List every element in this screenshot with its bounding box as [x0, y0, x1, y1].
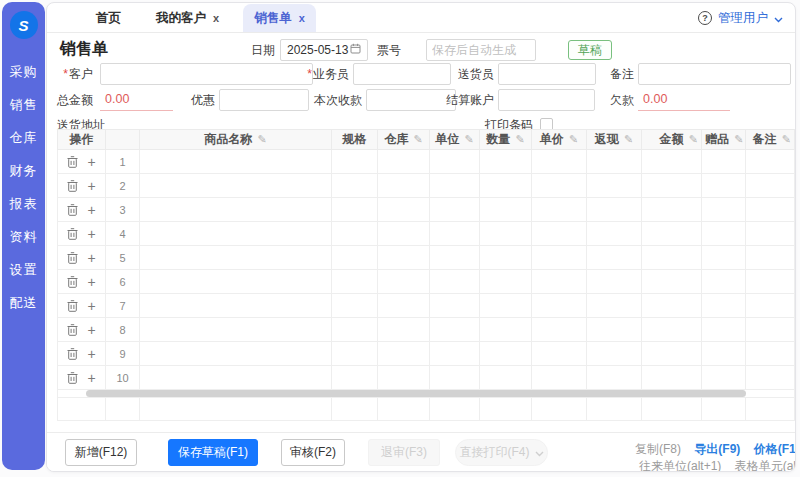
cell-product-name[interactable] — [140, 366, 332, 390]
footer-button[interactable]: 审核(F2) — [281, 439, 345, 466]
cell-quantity[interactable] — [480, 246, 532, 270]
delete-row-icon[interactable] — [67, 252, 78, 264]
cell-amount[interactable] — [642, 174, 702, 198]
add-row-icon[interactable]: + — [87, 179, 95, 193]
footer-button[interactable]: 新增(F12) — [65, 439, 137, 466]
cell-product-name[interactable] — [140, 270, 332, 294]
salesman-input[interactable] — [353, 63, 451, 85]
cell-quantity[interactable] — [480, 174, 532, 198]
cell-cashback[interactable] — [587, 246, 642, 270]
delete-row-icon[interactable] — [67, 180, 78, 192]
cell-unit-price[interactable] — [532, 366, 587, 390]
hscroll-thumb[interactable] — [86, 390, 746, 397]
tab[interactable]: 销售单 x — [243, 4, 316, 32]
cell-gift[interactable] — [702, 246, 746, 270]
add-row-icon[interactable]: + — [87, 275, 95, 289]
cell-spec[interactable] — [332, 366, 378, 390]
cell-warehouse[interactable] — [378, 246, 430, 270]
column-edit-icon[interactable]: ✎ — [465, 133, 474, 145]
delete-row-icon[interactable] — [67, 156, 78, 168]
cell-amount[interactable] — [642, 294, 702, 318]
delete-row-icon[interactable] — [67, 228, 78, 240]
cell-quantity[interactable] — [480, 150, 532, 174]
delete-row-icon[interactable] — [67, 276, 78, 288]
add-row-icon[interactable]: + — [87, 155, 95, 169]
cell-quantity[interactable] — [480, 270, 532, 294]
cell-spec[interactable] — [332, 246, 378, 270]
sidebar-item[interactable]: 设置 — [2, 263, 45, 277]
sidebar-item[interactable]: 配送 — [2, 296, 45, 310]
cell-amount[interactable] — [642, 198, 702, 222]
cell-unit-price[interactable] — [532, 150, 587, 174]
cell-unit-price[interactable] — [532, 270, 587, 294]
cell-unit[interactable] — [430, 150, 480, 174]
cell-cashback[interactable] — [587, 150, 642, 174]
date-input[interactable]: 2025-05-13 — [280, 39, 368, 61]
cell-gift[interactable] — [702, 366, 746, 390]
tab[interactable]: 我的客户 x — [145, 4, 230, 32]
cell-gift[interactable] — [702, 270, 746, 294]
remark-input[interactable] — [638, 63, 791, 85]
sidebar-item[interactable]: 销售 — [2, 98, 45, 112]
column-edit-icon[interactable]: ✎ — [782, 133, 791, 145]
delete-row-icon[interactable] — [67, 324, 78, 336]
cell-cashback[interactable] — [587, 198, 642, 222]
footer-link[interactable]: 导出(F9) — [694, 442, 740, 456]
cell-unit[interactable] — [430, 174, 480, 198]
column-edit-icon[interactable]: ✎ — [734, 133, 743, 145]
cell-amount[interactable] — [642, 318, 702, 342]
cell-note[interactable] — [746, 246, 795, 270]
cell-amount[interactable] — [642, 342, 702, 366]
cell-spec[interactable] — [332, 318, 378, 342]
help-icon[interactable]: ? — [698, 11, 712, 25]
cell-note[interactable] — [746, 174, 795, 198]
cell-product-name[interactable] — [140, 150, 332, 174]
cell-warehouse[interactable] — [378, 198, 430, 222]
cell-note[interactable] — [746, 342, 795, 366]
cell-note[interactable] — [746, 270, 795, 294]
deliveryman-input[interactable] — [498, 63, 596, 85]
discount-input[interactable] — [219, 89, 309, 111]
cell-product-name[interactable] — [140, 294, 332, 318]
sidebar-item[interactable]: 资料 — [2, 230, 45, 244]
column-edit-icon[interactable]: ✎ — [624, 133, 633, 145]
ticket-input[interactable] — [426, 39, 536, 61]
delete-row-icon[interactable] — [67, 300, 78, 312]
cell-quantity[interactable] — [480, 294, 532, 318]
payment-input[interactable] — [366, 89, 456, 111]
cell-quantity[interactable] — [480, 198, 532, 222]
cell-amount[interactable] — [642, 222, 702, 246]
cell-unit[interactable] — [430, 270, 480, 294]
sidebar-item[interactable]: 仓库 — [2, 131, 45, 145]
cell-unit[interactable] — [430, 342, 480, 366]
cell-warehouse[interactable] — [378, 342, 430, 366]
cell-unit[interactable] — [430, 318, 480, 342]
sidebar-item[interactable]: 报表 — [2, 197, 45, 211]
cell-product-name[interactable] — [140, 318, 332, 342]
cell-product-name[interactable] — [140, 198, 332, 222]
add-row-icon[interactable]: + — [87, 203, 95, 217]
account-input[interactable] — [498, 89, 595, 111]
cell-gift[interactable] — [702, 174, 746, 198]
cell-warehouse[interactable] — [378, 222, 430, 246]
cell-spec[interactable] — [332, 270, 378, 294]
cell-spec[interactable] — [332, 150, 378, 174]
cell-warehouse[interactable] — [378, 294, 430, 318]
cell-quantity[interactable] — [480, 342, 532, 366]
column-edit-icon[interactable]: ✎ — [689, 133, 698, 145]
cell-unit[interactable] — [430, 246, 480, 270]
cell-warehouse[interactable] — [378, 270, 430, 294]
calendar-icon[interactable] — [350, 43, 361, 57]
sidebar-item[interactable]: 财务 — [2, 164, 45, 178]
cell-unit-price[interactable] — [532, 294, 587, 318]
cell-note[interactable] — [746, 366, 795, 390]
column-edit-icon[interactable]: ✎ — [516, 133, 525, 145]
delete-row-icon[interactable] — [67, 204, 78, 216]
cell-warehouse[interactable] — [378, 174, 430, 198]
cell-gift[interactable] — [702, 222, 746, 246]
cell-gift[interactable] — [702, 318, 746, 342]
cell-note[interactable] — [746, 198, 795, 222]
add-row-icon[interactable]: + — [87, 347, 95, 361]
cell-cashback[interactable] — [587, 342, 642, 366]
cell-unit-price[interactable] — [532, 198, 587, 222]
